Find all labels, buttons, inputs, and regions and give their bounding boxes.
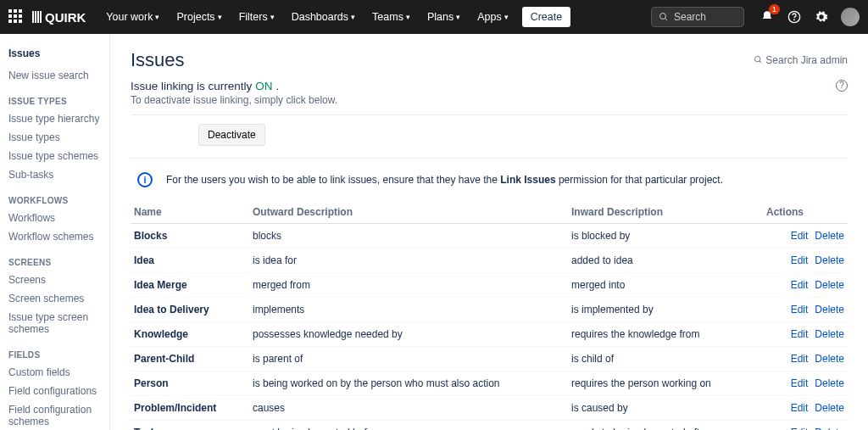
sidebar-item-field-configurations[interactable]: Field configurations [3, 382, 106, 400]
sidebar-item-field-configuration-schemes[interactable]: Field configuration schemes [3, 400, 106, 430]
sidebar-item-sub-tasks[interactable]: Sub-tasks [3, 165, 106, 184]
svg-point-4 [754, 56, 760, 61]
deactivate-button[interactable]: Deactivate [198, 124, 265, 146]
cell-name: Knowledge [131, 322, 249, 347]
sidebar-item-issue-type-screen-schemes[interactable]: Issue type screen schemes [3, 308, 106, 338]
sidebar: Issues New issue search ISSUE TYPESIssue… [0, 34, 110, 430]
edit-link[interactable]: Edit [791, 230, 809, 242]
notifications-icon[interactable]: 1 [760, 9, 775, 25]
cell-inward: is caused by [568, 396, 763, 421]
col-name: Name [131, 201, 249, 224]
cell-inward: requires the person working on [568, 371, 763, 396]
table-row: Ideais idea foradded to ideaEditDelete [131, 249, 848, 273]
cell-name: Idea Merge [131, 273, 249, 298]
sidebar-category: SCREENS [3, 249, 106, 271]
svg-line-1 [665, 19, 668, 21]
search-input[interactable]: Search [651, 7, 744, 27]
cell-name: Idea to Delivery [131, 298, 249, 322]
linking-subtext: To deactivate issue linking, simply clic… [131, 94, 848, 106]
cell-inward: is child of [568, 347, 763, 371]
cell-outward: must be implemented before [249, 421, 568, 431]
sidebar-item-workflow-schemes[interactable]: Workflow schemes [3, 227, 106, 246]
delete-link[interactable]: Delete [815, 304, 844, 316]
brand-logo[interactable]: QUIRK [32, 10, 86, 25]
col-inward: Inward Description [568, 201, 763, 224]
edit-link[interactable]: Edit [791, 377, 809, 389]
cell-outward: is parent of [249, 347, 568, 371]
brand-text: QUIRK [45, 10, 86, 25]
page-title: Issues [131, 49, 185, 71]
delete-link[interactable]: Delete [815, 279, 844, 291]
create-button[interactable]: Create [522, 7, 571, 27]
sidebar-item-custom-fields[interactable]: Custom fields [3, 363, 106, 382]
settings-icon[interactable] [814, 9, 829, 25]
delete-link[interactable]: Delete [815, 328, 844, 340]
cell-name: Parent-Child [131, 347, 249, 371]
table-row: Problem/Incidentcausesis caused byEditDe… [131, 396, 848, 421]
delete-link[interactable]: Delete [815, 377, 844, 389]
table-row: Idea to Deliveryimplementsis implemented… [131, 298, 848, 322]
cell-name: Person [131, 371, 249, 396]
nav-teams[interactable]: Teams▾ [365, 6, 417, 28]
sidebar-item-issue-types[interactable]: Issue types [3, 128, 106, 147]
edit-link[interactable]: Edit [791, 427, 809, 430]
sidebar-item-screen-schemes[interactable]: Screen schemes [3, 289, 106, 308]
cell-outward: merged from [249, 273, 568, 298]
cell-inward: needs to be implemented after [568, 421, 763, 431]
nav-your-work[interactable]: Your work▾ [99, 6, 166, 28]
delete-link[interactable]: Delete [815, 427, 844, 430]
info-banner: i For the users you wish to be able to l… [131, 167, 848, 193]
notification-badge: 1 [769, 4, 780, 14]
delete-link[interactable]: Delete [815, 230, 844, 242]
info-icon: i [137, 172, 153, 187]
svg-point-0 [660, 14, 666, 20]
cell-inward: is blocked by [568, 224, 763, 249]
cell-inward: merged into [568, 273, 763, 298]
delete-link[interactable]: Delete [815, 254, 844, 266]
sidebar-item-new-issue-search[interactable]: New issue search [3, 66, 106, 85]
edit-link[interactable]: Edit [791, 328, 809, 340]
sidebar-item-issue-type-schemes[interactable]: Issue type schemes [3, 147, 106, 165]
edit-link[interactable]: Edit [791, 402, 809, 414]
sidebar-category: WORKFLOWS [3, 187, 106, 209]
table-row: Blocksblocksis blocked byEditDelete [131, 224, 848, 249]
cell-name: Task [131, 421, 249, 431]
col-actions: Actions [763, 201, 848, 224]
nav-plans[interactable]: Plans▾ [420, 6, 467, 28]
app-switcher-icon[interactable] [8, 9, 24, 25]
cell-outward: is idea for [249, 249, 568, 273]
main-content: Issues Search Jira admin ? Issue linking… [110, 34, 868, 430]
edit-link[interactable]: Edit [791, 254, 809, 266]
table-row: Knowledgepossesses knowledge needed byre… [131, 322, 848, 347]
sidebar-item-issue-type-hierarchy[interactable]: Issue type hierarchy [3, 109, 106, 128]
cell-inward: requires the knowledge from [568, 322, 763, 347]
cell-name: Blocks [131, 224, 249, 249]
cell-outward: causes [249, 396, 568, 421]
nav-apps[interactable]: Apps▾ [470, 6, 515, 28]
cell-outward: blocks [249, 224, 568, 249]
delete-link[interactable]: Delete [815, 402, 844, 414]
edit-link[interactable]: Edit [791, 304, 809, 316]
search-placeholder: Search [674, 11, 706, 23]
search-icon [659, 12, 669, 22]
search-icon [754, 55, 763, 64]
help-icon[interactable]: ? [836, 80, 848, 92]
col-outward: Outward Description [249, 201, 568, 224]
delete-link[interactable]: Delete [815, 353, 844, 365]
edit-link[interactable]: Edit [791, 353, 809, 365]
nav-dashboards[interactable]: Dashboards▾ [285, 6, 362, 28]
sidebar-item-workflows[interactable]: Workflows [3, 209, 106, 227]
table-row: Parent-Childis parent ofis child ofEditD… [131, 347, 848, 371]
cell-outward: implements [249, 298, 568, 322]
edit-link[interactable]: Edit [791, 279, 809, 291]
nav-filters[interactable]: Filters▾ [232, 6, 281, 28]
sidebar-category: FIELDS [3, 342, 106, 363]
nav-projects[interactable]: Projects▾ [170, 6, 228, 28]
link-types-table: Name Outward Description Inward Descript… [131, 201, 848, 430]
search-jira-admin[interactable]: Search Jira admin [754, 54, 848, 66]
table-row: Taskmust be implemented beforeneeds to b… [131, 421, 848, 431]
avatar[interactable] [841, 8, 860, 26]
sidebar-item-screens[interactable]: Screens [3, 271, 106, 289]
help-icon[interactable] [787, 9, 802, 25]
linking-state: ON [255, 80, 272, 92]
